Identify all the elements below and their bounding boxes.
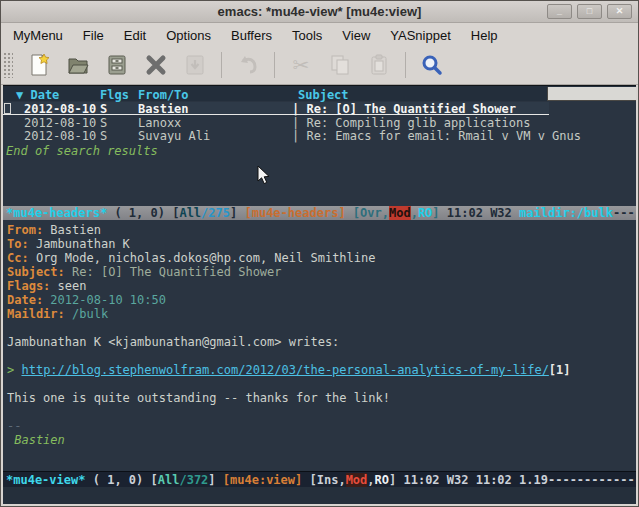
close-buffer-icon <box>144 53 168 77</box>
headers-mode-line[interactable]: *mu4e-headers* ( 1, 0) [All/275] [mu4e-h… <box>3 206 636 220</box>
filter-label: All <box>179 206 201 220</box>
view-mode-line[interactable]: *mu4e-view* ( 1, 0) [All/372] [mu4e:view… <box>3 471 636 487</box>
echo-area[interactable] <box>3 487 636 504</box>
field-value: Jambunathan K <box>36 237 130 251</box>
end-of-results-message: End of search results <box>6 144 158 158</box>
emacs-client-area: ▼ Date Flgs From/To Subject 2012-08-10 S… <box>3 85 636 504</box>
field-from: From: Bastien <box>7 223 636 237</box>
cursor-position: ( 1, 0) <box>85 473 150 487</box>
new-file-button[interactable] <box>26 52 52 78</box>
title-bar[interactable]: emacs: *mu4e-view* [mu4e:view] _ □ ✕ <box>1 1 638 23</box>
modified-flag: Mod <box>346 473 368 487</box>
field-cc: Cc: Org Mode, nicholas.dokos@hp.com, Nei… <box>7 251 636 265</box>
field-label: Subject: <box>7 265 65 279</box>
modified-flag: Mod <box>389 206 411 220</box>
close-icon: ✕ <box>616 7 624 16</box>
field-value: Org Mode, nicholas.dokos@hp.com, Neil Sm… <box>36 251 376 265</box>
new-file-icon <box>27 53 51 77</box>
field-flags: Flags: seen <box>7 279 636 293</box>
field-value: /bulk <box>72 307 108 321</box>
emacs-window: emacs: *mu4e-view* [mu4e:view] _ □ ✕ MyM… <box>0 0 639 507</box>
modeline-dashes: ---------- <box>613 206 636 220</box>
save-as-icon <box>183 53 207 77</box>
comma: , <box>411 206 418 220</box>
menu-help[interactable]: Help <box>461 26 508 45</box>
open-button[interactable] <box>65 52 91 78</box>
minimize-button[interactable]: _ <box>547 4 572 19</box>
field-label: Date: <box>7 293 43 307</box>
mouse-cursor <box>257 165 271 185</box>
signature-separator: -- <box>7 419 636 433</box>
bracket: ] <box>389 473 403 487</box>
signature: Bastien <box>7 433 636 447</box>
row-flags: S <box>100 102 107 116</box>
row-date: 2012-08-10 <box>24 116 96 130</box>
filter-label: All <box>158 473 180 487</box>
toolbar-separator <box>405 52 406 78</box>
header-row[interactable]: 2012-08-10 S Suvayu Ali | Re: Emacs for … <box>3 129 636 142</box>
save-button[interactable] <box>104 52 130 78</box>
blank-line <box>7 405 636 419</box>
field-value: seen <box>58 279 87 293</box>
column-flags[interactable]: Flgs <box>100 88 129 102</box>
window-controls: _ □ ✕ <box>547 4 632 19</box>
close-button[interactable]: ✕ <box>607 4 632 19</box>
comma: , <box>367 473 374 487</box>
undo-button[interactable] <box>235 52 261 78</box>
header-row-selected[interactable]: 2012-08-10 S Bastien | Re: [O] The Quant… <box>3 102 549 115</box>
field-maildir: Maildir: /bulk <box>7 307 636 321</box>
modeline-dashes: ----------------- <box>548 473 636 487</box>
header-row[interactable]: 2012-08-10 S Lanoxx | Re: Compiling glib… <box>3 116 636 129</box>
menu-edit[interactable]: Edit <box>114 26 156 45</box>
quoted-link-line: > http://blog.stephenwolfram.com/2012/03… <box>7 363 636 377</box>
column-from[interactable]: From/To <box>138 88 189 102</box>
menu-tools[interactable]: Tools <box>282 26 332 45</box>
header-line-blank-region <box>547 87 636 101</box>
paste-icon <box>367 53 391 77</box>
field-value: 2012-08-10 10:50 <box>50 293 166 307</box>
read-only-flag: RO <box>418 206 432 220</box>
copy-button[interactable] <box>327 52 353 78</box>
cursor-position: ( 1, 0) <box>107 206 172 220</box>
column-date[interactable]: ▼ Date <box>16 88 59 102</box>
body-line: This one is quite outstanding -- thanks … <box>7 391 636 405</box>
close-buffer-button[interactable] <box>143 52 169 78</box>
menu-buffers[interactable]: Buffers <box>221 26 282 45</box>
buffer-name: *mu4e-view* <box>6 473 85 487</box>
field-label: Cc: <box>7 251 29 265</box>
cut-icon: ✂ <box>293 53 310 77</box>
toolbar-grip[interactable] <box>3 52 13 78</box>
minor-flags: [Ins, <box>310 473 346 487</box>
attribution-line: Jambunathan K <kjambunathan@gmail.com> w… <box>7 335 636 349</box>
menu-yasnippet[interactable]: YASnippet <box>380 26 460 45</box>
menu-file[interactable]: File <box>73 26 114 45</box>
menu-view[interactable]: View <box>332 26 380 45</box>
save-as-button[interactable] <box>182 52 208 78</box>
row-subject: | Re: Compiling glib applications <box>292 116 530 130</box>
row-from: Lanoxx <box>138 116 181 130</box>
maildir-label: maildir:/bulk <box>519 206 613 220</box>
field-value: Re: [O] The Quantified Shower <box>72 265 282 279</box>
bracket: ] <box>432 206 446 220</box>
search-icon <box>420 53 444 77</box>
field-label: To: <box>7 237 29 251</box>
menu-options[interactable]: Options <box>156 26 221 45</box>
menu-mymenu[interactable]: MyMenu <box>3 26 73 45</box>
tool-bar: ✂ <box>1 46 638 85</box>
field-label: From: <box>7 223 43 237</box>
maximize-button[interactable]: □ <box>577 4 602 19</box>
minimize-icon: _ <box>557 7 562 16</box>
row-date: 2012-08-10 <box>24 129 96 143</box>
major-mode: [mu4e-headers] <box>244 206 352 220</box>
window-title: emacs: *mu4e-view* [mu4e:view] <box>218 4 422 19</box>
cut-button[interactable]: ✂ <box>288 52 314 78</box>
search-button[interactable] <box>419 52 445 78</box>
paste-button[interactable] <box>366 52 392 78</box>
field-subject: Subject: Re: [O] The Quantified Shower <box>7 265 636 279</box>
row-from: Suvayu Ali <box>138 129 210 143</box>
hyperlink[interactable]: http://blog.stephenwolfram.com/2012/03/t… <box>21 363 548 377</box>
column-subject[interactable]: Subject <box>298 88 349 102</box>
field-label: Maildir: <box>7 307 65 321</box>
field-label: Flags: <box>7 279 50 293</box>
quote-marker: > <box>7 363 21 377</box>
